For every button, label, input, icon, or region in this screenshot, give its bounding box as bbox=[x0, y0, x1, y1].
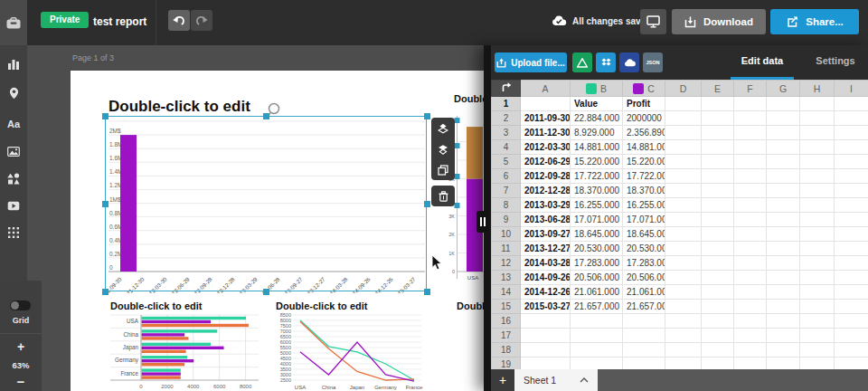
cell-C11[interactable]: 20.530.000 bbox=[623, 242, 665, 256]
cell-A19[interactable] bbox=[521, 358, 571, 370]
cell-D2[interactable] bbox=[665, 111, 702, 126]
cell-D5[interactable] bbox=[665, 155, 702, 169]
cell-G4[interactable] bbox=[767, 140, 800, 155]
cell-D8[interactable] bbox=[665, 198, 702, 213]
cell-H8[interactable] bbox=[800, 198, 835, 213]
cell-B13[interactable]: 20.506.000 bbox=[571, 271, 623, 285]
cell-A4[interactable]: 2012-03-30 bbox=[521, 140, 571, 155]
cell-G11[interactable] bbox=[767, 242, 800, 256]
cell-E13[interactable] bbox=[702, 271, 734, 285]
cell-F13[interactable] bbox=[734, 271, 767, 285]
chart-title-mini-line[interactable]: Double-click to edit bbox=[276, 300, 367, 311]
document-title[interactable]: test report bbox=[93, 15, 146, 28]
cell-I14[interactable] bbox=[835, 285, 868, 300]
selection-handle[interactable] bbox=[102, 201, 108, 207]
row-header-18[interactable]: 18 bbox=[492, 343, 521, 358]
cell-C12[interactable]: 17.283.000 bbox=[623, 256, 665, 271]
cell-G6[interactable] bbox=[767, 169, 800, 184]
cell-H7[interactable] bbox=[800, 184, 835, 198]
panel-resize-handle[interactable] bbox=[476, 211, 488, 233]
cell-F2[interactable] bbox=[734, 111, 767, 126]
cell-C4[interactable]: 14.881.000 bbox=[623, 140, 665, 155]
cell-G18[interactable] bbox=[767, 343, 800, 358]
cell-A5[interactable]: 2012-06-29 bbox=[521, 155, 571, 169]
cell-D10[interactable] bbox=[665, 227, 702, 242]
cell-F4[interactable] bbox=[734, 140, 767, 155]
bring-forward-button[interactable] bbox=[431, 118, 455, 138]
cell-D19[interactable] bbox=[665, 358, 702, 370]
cell-H11[interactable] bbox=[800, 242, 835, 256]
privacy-badge[interactable]: Private bbox=[41, 12, 89, 28]
cell-B10[interactable]: 18.645.000 bbox=[571, 227, 623, 242]
cell-C16[interactable] bbox=[623, 314, 665, 329]
cell-B12[interactable]: 17.283.000 bbox=[571, 256, 623, 271]
cell-E3[interactable] bbox=[702, 126, 734, 140]
cell-E6[interactable] bbox=[702, 169, 734, 184]
cell-G1[interactable] bbox=[767, 97, 800, 111]
cell-I15[interactable] bbox=[835, 300, 868, 314]
column-header-I[interactable]: I bbox=[835, 81, 868, 97]
cell-F10[interactable] bbox=[734, 227, 767, 242]
cell-H15[interactable] bbox=[800, 300, 835, 314]
sidebar-item-video[interactable] bbox=[0, 194, 27, 217]
cell-F6[interactable] bbox=[734, 169, 767, 184]
tab-settings[interactable]: Settings bbox=[809, 55, 862, 66]
app-logo[interactable] bbox=[0, 0, 27, 45]
selection-box[interactable] bbox=[105, 116, 427, 291]
present-button[interactable] bbox=[640, 9, 666, 34]
chart-title-partial-bottom[interactable]: Double-click to edit bbox=[457, 300, 485, 311]
selection-handle[interactable] bbox=[263, 113, 269, 119]
cell-E9[interactable] bbox=[702, 213, 734, 227]
cell-A7[interactable]: 2012-12-28 bbox=[521, 184, 571, 198]
column-header-F[interactable]: F bbox=[734, 81, 767, 97]
cell-I17[interactable] bbox=[835, 329, 868, 343]
cell-D13[interactable] bbox=[665, 271, 702, 285]
mini-line-chart[interactable]: 2500300035004000450050005500600065007000… bbox=[271, 313, 432, 391]
cell-H17[interactable] bbox=[800, 329, 835, 343]
cell-H3[interactable] bbox=[800, 126, 835, 140]
cell-E10[interactable] bbox=[702, 227, 734, 242]
cell-A10[interactable]: 2013-09-27 bbox=[521, 227, 571, 242]
chart-title-partial-top[interactable]: Double-click to edit bbox=[454, 93, 485, 104]
cell-D4[interactable] bbox=[665, 140, 702, 155]
cell-I10[interactable] bbox=[835, 227, 868, 242]
cell-B6[interactable]: 17.722.000 bbox=[571, 169, 623, 184]
cell-A18[interactable] bbox=[521, 343, 571, 358]
cell-C10[interactable]: 18.645.000 bbox=[623, 227, 665, 242]
selection-handle[interactable] bbox=[102, 113, 108, 119]
cell-C5[interactable]: 15.220.000 bbox=[623, 155, 665, 169]
column-header-C[interactable]: C bbox=[623, 81, 665, 97]
row-header-10[interactable]: 10 bbox=[492, 227, 521, 242]
row-header-9[interactable]: 9 bbox=[492, 213, 521, 227]
row-header-11[interactable]: 11 bbox=[492, 242, 521, 256]
cell-C2[interactable]: 2000000 bbox=[623, 111, 665, 126]
cell-C9[interactable]: 17.071.000 bbox=[623, 213, 665, 227]
cell-F18[interactable] bbox=[734, 343, 767, 358]
grid-toggle[interactable] bbox=[10, 300, 31, 310]
cell-B8[interactable]: 16.255.000 bbox=[571, 198, 623, 213]
cell-D6[interactable] bbox=[665, 169, 702, 184]
cell-D3[interactable] bbox=[665, 126, 702, 140]
cell-E11[interactable] bbox=[702, 242, 734, 256]
cell-G10[interactable] bbox=[767, 227, 800, 242]
row-header-17[interactable]: 17 bbox=[492, 329, 521, 343]
column-header-E[interactable]: E bbox=[702, 81, 734, 97]
cell-B14[interactable]: 21.061.000 bbox=[571, 285, 623, 300]
cell-G8[interactable] bbox=[767, 198, 800, 213]
cell-D17[interactable] bbox=[665, 329, 702, 343]
cell-B1[interactable]: Value bbox=[571, 97, 623, 111]
cell-D11[interactable] bbox=[665, 242, 702, 256]
cell-H2[interactable] bbox=[800, 111, 835, 126]
mini-bar-chart[interactable]: 02000400060008000USAChinaJapanGermanyFra… bbox=[107, 313, 269, 391]
cell-A9[interactable]: 2013-06-28 bbox=[521, 213, 571, 227]
cell-C7[interactable]: 18.370.000 bbox=[623, 184, 665, 198]
cell-D14[interactable] bbox=[665, 285, 702, 300]
sheet-table[interactable]: ABCDEFGHI1ValueProfit22011-09-3022.884.0… bbox=[491, 80, 868, 369]
redo-button[interactable] bbox=[191, 10, 212, 31]
series-color-swatch[interactable] bbox=[586, 83, 597, 94]
cell-E4[interactable] bbox=[702, 140, 734, 155]
cell-A13[interactable]: 2014-09-26 bbox=[521, 271, 571, 285]
cell-E14[interactable] bbox=[702, 285, 734, 300]
cell-A3[interactable]: 2011-12-30 bbox=[521, 126, 571, 140]
cell-C17[interactable] bbox=[623, 329, 665, 343]
